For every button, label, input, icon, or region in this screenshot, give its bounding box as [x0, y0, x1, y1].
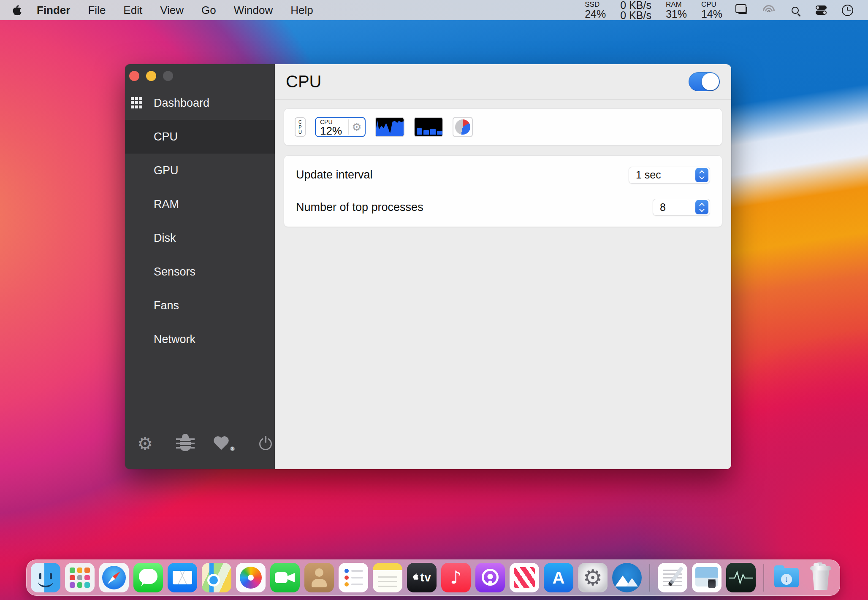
top-processes-label: Number of top processes [296, 201, 423, 214]
widget-option-label-selected[interactable]: CPU 12% ⚙ [315, 117, 366, 137]
stepper-icon[interactable] [695, 168, 708, 182]
dock-contacts[interactable] [304, 563, 334, 592]
desktop: Finder File Edit View Go Window Help SSD… [0, 0, 868, 600]
sidebar-item-label: Fans [154, 299, 179, 312]
dock-tv[interactable]: tv [407, 563, 437, 592]
displays-icon[interactable] [735, 3, 750, 17]
cpu-value: 14% [701, 8, 722, 19]
menu-item-edit[interactable]: Edit [114, 0, 151, 20]
dock-facetime[interactable] [270, 563, 300, 592]
sidebar-item-disk[interactable]: Disk [125, 221, 275, 255]
donate-heart-icon[interactable]: $ [217, 435, 235, 453]
line-chart-preview [376, 118, 404, 137]
dock-notes[interactable] [373, 563, 402, 592]
sidebar-item-gpu[interactable]: GPU [125, 154, 275, 187]
sidebar-item-network[interactable]: Network [125, 322, 275, 356]
widget-option-pie-chart[interactable] [453, 117, 473, 137]
settings-card: Update interval 1 sec Number of top proc… [284, 155, 722, 227]
dock-reminders[interactable] [339, 563, 368, 592]
clock-icon[interactable] [840, 3, 854, 17]
menu-bar: Finder File Edit View Go Window Help SSD… [0, 0, 868, 20]
wifi-icon[interactable] [762, 3, 776, 17]
network-up-value: 0 KB/s [620, 0, 651, 10]
trash-can [811, 568, 830, 590]
close-button[interactable] [129, 71, 139, 81]
menu-item-view[interactable]: View [151, 0, 193, 20]
minimize-button[interactable] [146, 71, 156, 81]
reminders-line [344, 576, 349, 580]
main-panel: CPU C P U CPU 12% ⚙ [275, 64, 731, 469]
dock-music[interactable]: ♪ [441, 563, 471, 592]
settings-gear-icon[interactable]: ⚙ [136, 435, 154, 453]
ssd-status[interactable]: SSD 24% [585, 1, 606, 19]
top-processes-value: 8 [653, 201, 695, 214]
menu-item-window[interactable]: Window [225, 0, 282, 20]
dock-system-preferences[interactable]: ⚙ [578, 563, 608, 592]
power-quit-icon[interactable] [257, 435, 275, 453]
preferences-gear-icon: ⚙ [583, 567, 603, 589]
sidebar-item-label: RAM [154, 198, 179, 211]
spotlight-search-icon[interactable] [788, 3, 802, 17]
bug-report-icon[interactable] [176, 435, 194, 453]
module-enable-toggle[interactable] [689, 72, 720, 91]
dock-downloads-folder[interactable]: ↓ [772, 563, 801, 592]
reminders-line [344, 582, 349, 586]
dashboard-label: Dashboard [154, 97, 209, 110]
dock-mountain-app[interactable] [612, 563, 642, 592]
menu-bar-left: Finder File Edit View Go Window Help [0, 0, 322, 20]
sidebar-item-label: Network [154, 333, 195, 346]
dock-launchpad[interactable] [65, 563, 95, 592]
heartbeat-icon [726, 563, 756, 592]
dock-preview[interactable] [692, 563, 722, 592]
module-header: CPU [275, 64, 731, 100]
dock-separator [763, 564, 764, 592]
sidebar-item-label: GPU [154, 164, 179, 177]
widget-option-bar-chart[interactable] [414, 117, 443, 137]
update-interval-select[interactable]: 1 sec [629, 167, 710, 184]
widget-settings-gear-icon[interactable]: ⚙ [349, 118, 365, 136]
sidebar-item-ram[interactable]: RAM [125, 187, 275, 221]
widget-option-line-chart[interactable] [375, 117, 404, 137]
reminders-line [344, 569, 349, 573]
update-interval-label: Update interval [296, 168, 373, 181]
mini-letter: C [298, 119, 302, 124]
sidebar-item-fans[interactable]: Fans [125, 289, 275, 322]
stepper-icon[interactable] [695, 200, 708, 214]
widget-picker-card: C P U CPU 12% ⚙ [284, 108, 722, 146]
setting-row-update-interval: Update interval 1 sec [296, 162, 710, 188]
traffic-lights [125, 64, 275, 86]
dock-photos[interactable] [236, 563, 266, 592]
widget-option-mini[interactable]: C P U [295, 117, 306, 137]
dock-activity-monitor[interactable] [726, 563, 756, 592]
dock-messages[interactable] [133, 563, 163, 592]
dock-podcasts[interactable] [475, 563, 505, 592]
menu-item-go[interactable]: Go [193, 0, 225, 20]
dock-textedit[interactable] [658, 563, 687, 592]
cpu-status[interactable]: CPU 14% [701, 1, 722, 19]
dock-safari[interactable] [99, 563, 129, 592]
dock-maps[interactable] [202, 563, 231, 592]
sidebar-item-dashboard[interactable]: Dashboard [125, 86, 275, 120]
cpu-label: CPU [701, 1, 722, 8]
tv-label-text: tv [420, 571, 431, 584]
menu-item-file[interactable]: File [79, 0, 114, 20]
sidebar-item-cpu[interactable]: CPU [125, 120, 275, 154]
setting-row-top-processes: Number of top processes 8 [296, 194, 710, 220]
dock-app-store[interactable]: A [544, 563, 573, 592]
sidebar-item-label: CPU [154, 130, 178, 143]
network-status[interactable]: 0 KB/s 0 KB/s [620, 0, 651, 20]
control-center-icon[interactable] [814, 3, 828, 17]
dock-mail[interactable] [168, 563, 197, 592]
sidebar-item-sensors[interactable]: Sensors [125, 255, 275, 289]
menu-item-finder[interactable]: Finder [28, 0, 79, 20]
dock-finder[interactable] [31, 563, 60, 592]
dock-trash[interactable] [806, 563, 835, 592]
ram-status[interactable]: RAM 31% [666, 1, 687, 19]
menu-item-help[interactable]: Help [282, 0, 322, 20]
top-processes-select[interactable]: 8 [653, 199, 710, 216]
menu-bar-status: SSD 24% 0 KB/s 0 KB/s RAM 31% CPU 14% [578, 0, 868, 20]
apple-menu-icon[interactable] [9, 4, 24, 16]
dock-news[interactable] [510, 563, 539, 592]
zoom-button-disabled [163, 71, 173, 81]
launchpad-grid [70, 568, 90, 588]
